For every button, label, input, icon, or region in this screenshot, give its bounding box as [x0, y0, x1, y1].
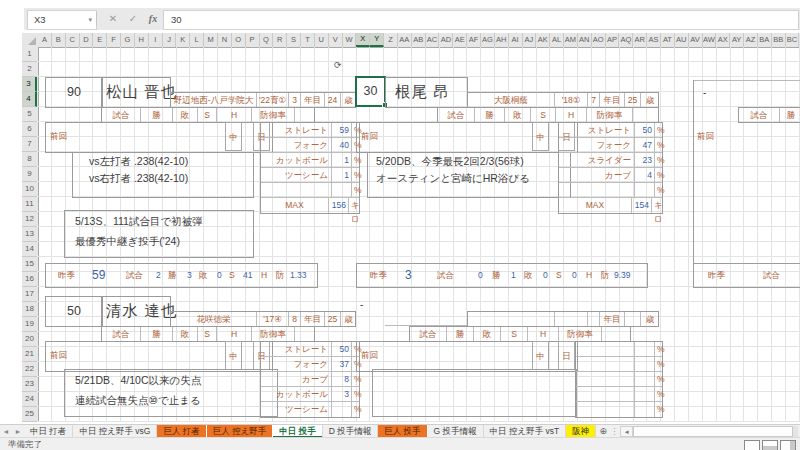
scrollbar-thumb[interactable]	[633, 426, 793, 437]
scrollbar-left-icon[interactable]: ◄	[620, 426, 633, 437]
pct-sign: %	[655, 153, 671, 167]
recent-note-box: 5/13S、111試合目で初被弾 最優秀中継ぎ投手('24)	[64, 210, 254, 258]
excel-window: X3 ▾ ✕ ✓ fx 30 ABCDEFGHIJKLMNOPQRSTUVWXY…	[0, 0, 800, 450]
player-info-row: 大阪桐蔭 '18① 7 年目 25 歳	[467, 92, 659, 108]
player-name: 松山 晋也	[106, 79, 177, 105]
pitch-name	[576, 387, 635, 401]
team-chu-cell: 中	[532, 122, 549, 151]
school: 野辺地西-八戸学院大	[171, 93, 257, 107]
pitch-pct-value: 8	[332, 372, 352, 386]
pitch-pct-value	[635, 357, 655, 371]
era-header: 防御率	[559, 327, 602, 341]
pitch-pct-value	[635, 402, 655, 417]
scrollbar-track[interactable]	[633, 426, 798, 437]
prev-label: 前回	[50, 129, 67, 144]
school: 大阪桐蔭	[468, 93, 555, 107]
age-label: 歳	[341, 93, 356, 107]
age-number: 24	[325, 93, 341, 107]
prev-label: 前回	[697, 129, 714, 144]
note-line-2: 連続試合無失点⑩で止まる	[65, 389, 277, 409]
player-number-cell[interactable]: 50	[45, 296, 103, 327]
win-header: 勝	[141, 108, 173, 122]
era-header: 防御率	[587, 108, 633, 122]
max-speed-row: MAX156キロ	[261, 198, 359, 213]
lose-header: 敗	[505, 108, 531, 122]
note-line-2: 最優秀中継ぎ投手('24)	[65, 230, 253, 250]
hold-header: H	[217, 108, 252, 122]
player-number: -	[360, 299, 363, 310]
age-label: 歳	[641, 93, 659, 107]
season-games: 3	[405, 263, 412, 287]
pitch-name: ストレート	[559, 123, 635, 137]
pct-sign: %	[352, 372, 368, 386]
pitch-row: スライダー23%	[559, 153, 662, 168]
empty-header	[295, 108, 319, 122]
years-number: 8	[289, 312, 301, 326]
lose-header: 敗	[173, 108, 198, 122]
season-saves: 0	[217, 263, 222, 287]
season-win-label: 勝	[168, 263, 177, 287]
pitch-pct-value	[635, 372, 655, 386]
pitch-name: カーブ	[559, 168, 635, 182]
pitch-name: ストレート	[261, 342, 332, 356]
win-header: 勝	[447, 327, 474, 341]
divider	[693, 80, 800, 81]
pct-sign: %	[655, 183, 671, 197]
pitch-name	[576, 372, 635, 386]
pitch-row: %	[576, 357, 662, 372]
stat-header-row: 試合 勝 敗 S H 防御率	[101, 107, 315, 123]
pitch-row: カットボール3%	[261, 387, 359, 402]
games-header: 試合	[739, 108, 780, 122]
page-layout-view-icon[interactable]	[762, 440, 778, 450]
empty-header	[602, 327, 635, 341]
season-losses: 1	[511, 263, 516, 287]
max-label: MAX	[261, 198, 329, 213]
hold-header: H	[217, 327, 252, 341]
player-name: 根尾 昂	[395, 79, 450, 105]
years-label: 年目	[600, 93, 625, 107]
pitch-row: フォーク47%	[559, 138, 662, 153]
pct-sign: %	[352, 183, 368, 197]
page-break-view-icon[interactable]	[780, 440, 796, 450]
selected-cell-value: 30	[357, 78, 384, 105]
season-save-label: S	[556, 263, 562, 287]
pitch-row: ストレート59%	[261, 123, 359, 138]
season-losses: 3	[187, 263, 192, 287]
save-header: S	[531, 108, 556, 122]
pct-sign: %	[655, 123, 671, 137]
era-header: 防御率	[252, 108, 295, 122]
player-number-cell[interactable]: 90	[45, 77, 103, 108]
pitch-name	[559, 183, 635, 197]
player-number: -	[703, 85, 706, 100]
sheet-content: ⟳ 90 松山 晋也 野辺地西-八戸学院大 '22育① 3 年目 24 歳 試合…	[0, 0, 800, 422]
season-lose-label: 敗	[524, 263, 533, 287]
max-speed-value: 154	[632, 198, 652, 213]
age-number: 25	[625, 93, 641, 107]
pitch-row: ツーシーム1%	[261, 168, 359, 183]
season-holds: 0	[572, 263, 577, 287]
horizontal-scrollbar[interactable]: ◄	[620, 426, 798, 437]
vs-left-note: vs左打者 .238(42-10)	[73, 153, 253, 170]
normal-view-icon[interactable]	[744, 440, 760, 450]
era-header: 防御率	[252, 327, 295, 341]
pitch-pct-value: 59	[332, 123, 352, 137]
recent-note-box: 5/20DB、今季最長2回2/3(56球) オースティンと宮崎にHR浴びる	[367, 152, 571, 198]
pitch-pct-value: 1	[332, 168, 352, 182]
season-era: 9.39	[614, 263, 631, 287]
pitch-row: カーブ8%	[261, 372, 359, 387]
pitch-pct-value: 1	[332, 153, 352, 167]
pitch-row: %	[261, 183, 359, 198]
season-era: 1.33	[290, 263, 307, 287]
pitch-name: フォーク	[559, 138, 635, 152]
pitch-row: %	[559, 183, 662, 198]
season-games: 59	[92, 263, 105, 287]
pitch-row: カーブ4%	[559, 168, 662, 183]
pitch-pct-value: 50	[332, 342, 352, 356]
pitch-pct-value: 4	[635, 168, 655, 182]
pct-sign: %	[352, 168, 368, 182]
years-number	[588, 312, 600, 326]
vs-batter-note-box: vs左打者 .238(42-10) vs右打者 .238(42-10)	[72, 152, 254, 198]
pct-sign: %	[655, 138, 671, 152]
team-nichi-cell: 日	[558, 341, 575, 370]
pitch-name: ツーシーム	[261, 402, 332, 417]
